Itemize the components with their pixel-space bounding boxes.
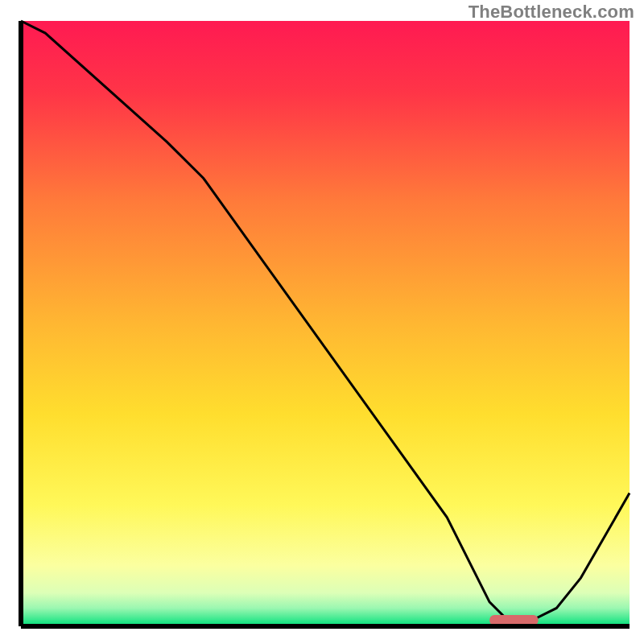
chart-svg <box>0 0 644 644</box>
plot-background <box>21 21 630 626</box>
